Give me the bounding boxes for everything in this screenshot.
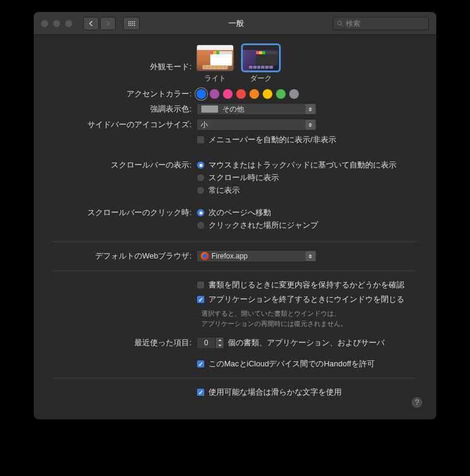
recent-items-label: 最近使った項目:: [52, 337, 196, 348]
accent-color-6[interactable]: [276, 89, 286, 99]
recent-items-stepper[interactable]: 0: [196, 337, 224, 349]
sidebar-icon-select[interactable]: 小: [196, 119, 317, 131]
dark-caption: ダーク: [242, 74, 280, 84]
search-field[interactable]: [333, 17, 429, 30]
svg-line-1: [341, 24, 343, 26]
show-all-button[interactable]: [123, 17, 140, 30]
preferences-window: 一般 外観モード: ライト: [34, 12, 436, 419]
highlight-swatch: [201, 105, 219, 113]
minimize-button[interactable]: [53, 20, 60, 27]
handoff-checkbox[interactable]: [196, 360, 205, 368]
default-browser-select[interactable]: Firefox.app: [196, 250, 317, 262]
recent-items-value: 0: [196, 337, 216, 349]
accent-colors: [196, 89, 299, 99]
accent-color-7[interactable]: [289, 89, 299, 99]
appearance-light[interactable]: ライト: [196, 45, 234, 84]
default-browser-label: デフォルトのWebブラウザ:: [52, 251, 196, 261]
titlebar: 一般: [34, 12, 436, 35]
close-windows-label: アプリケーションを終了するときにウインドウを閉じる: [208, 294, 404, 305]
font-smoothing-label: 使用可能な場合は滑らかな文字を使用: [208, 387, 342, 398]
scrollbar-show-always-radio[interactable]: [196, 186, 205, 195]
accent-color-5[interactable]: [263, 89, 272, 99]
accent-color-0[interactable]: [196, 89, 206, 99]
close-button[interactable]: [41, 20, 48, 27]
sidebar-icon-label: サイドバーのアイコンサイズ:: [52, 119, 196, 130]
light-thumbnail: [196, 45, 234, 71]
scrollbar-click-page-label: 次のページへ移動: [208, 207, 271, 218]
svg-point-0: [337, 20, 341, 24]
close-windows-note2: アプリケーションの再開時には復元されません。: [201, 319, 418, 329]
chevron-updown-icon: [306, 120, 315, 130]
search-icon: [337, 20, 343, 27]
scrollbar-click-label: スクロールバーのクリック時:: [52, 207, 196, 218]
accent-color-3[interactable]: [236, 89, 246, 99]
scrollbar-show-label: スクロールバーの表示:: [52, 160, 196, 171]
close-windows-checkbox[interactable]: [196, 295, 205, 304]
menubar-autohide-label: メニューバーを自動的に表示/非表示: [208, 134, 336, 145]
recent-items-suffix: 個の書類、アプリケーション、およびサーバ: [228, 337, 384, 348]
window-title: 一般: [145, 18, 328, 29]
highlight-label: 強調表示色:: [52, 104, 196, 114]
scrollbar-show-scrolling-radio[interactable]: [196, 174, 205, 182]
menubar-autohide-checkbox[interactable]: [196, 136, 205, 144]
stepper-arrows-icon[interactable]: [216, 337, 224, 349]
ask-save-label: 書類を閉じるときに変更内容を保持するかどうかを確認: [208, 280, 404, 290]
zoom-button[interactable]: [65, 20, 72, 27]
scrollbar-show-always-label: 常に表示: [208, 185, 240, 196]
scrollbar-show-scrolling-label: スクロール時に表示: [208, 172, 279, 183]
handoff-label: このMacとiCloudデバイス間でのHandoffを許可: [208, 359, 375, 369]
appearance-label: 外観モード:: [52, 45, 196, 72]
traffic-lights: [41, 20, 72, 27]
font-smoothing-checkbox[interactable]: [196, 388, 205, 396]
sidebar-icon-value: 小: [201, 120, 208, 130]
chevron-updown-icon: [306, 104, 315, 114]
scrollbar-show-auto-label: マウスまたはトラックパッドに基づいて自動的に表示: [208, 160, 396, 171]
firefox-icon: [201, 252, 209, 260]
default-browser-value: Firefox.app: [212, 252, 248, 260]
dark-thumbnail: [242, 45, 280, 71]
accent-color-2[interactable]: [223, 89, 233, 99]
scrollbar-click-jump-label: クリックされた場所にジャンプ: [208, 220, 318, 231]
ask-save-checkbox[interactable]: [196, 281, 205, 289]
search-input[interactable]: [346, 19, 425, 28]
close-windows-note1: 選択すると、開いていた書類とウインドウは、: [201, 308, 418, 319]
scrollbar-show-auto-radio[interactable]: [196, 161, 205, 169]
help-button[interactable]: ?: [411, 396, 423, 409]
forward-button[interactable]: [100, 17, 116, 30]
accent-label: アクセントカラー:: [52, 89, 196, 99]
appearance-dark[interactable]: ダーク: [242, 45, 280, 84]
highlight-value: その他: [222, 104, 244, 114]
chevron-updown-icon: [306, 251, 315, 261]
back-button[interactable]: [83, 17, 99, 30]
accent-color-4[interactable]: [249, 89, 259, 99]
scrollbar-click-page-radio[interactable]: [196, 208, 205, 217]
content: 外観モード: ライト ダーク: [34, 35, 436, 419]
grid-icon: [128, 21, 135, 26]
highlight-select[interactable]: その他: [196, 103, 317, 115]
scrollbar-click-jump-radio[interactable]: [196, 221, 205, 230]
accent-color-1[interactable]: [210, 89, 219, 99]
light-caption: ライト: [196, 74, 234, 84]
